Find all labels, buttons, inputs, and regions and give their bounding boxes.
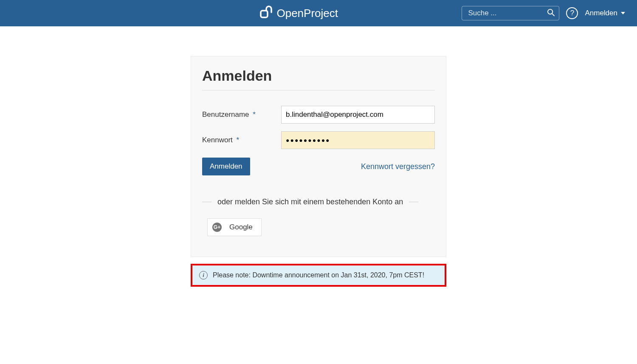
google-label: Google [229,223,253,231]
search-box [462,6,559,20]
search-input[interactable] [462,6,559,20]
username-label: Benutzername * [202,110,281,119]
announcement-text: Please note: Downtime announcement on Ja… [213,271,424,279]
login-title: Anmelden [202,68,435,84]
header-login-dropdown[interactable]: Anmelden [585,9,629,17]
divider-line-right [409,202,418,202]
openproject-logo-icon [259,6,273,21]
header-login-label: Anmelden [585,9,617,17]
required-asterisk: * [237,136,240,144]
info-icon: i [199,271,208,279]
login-button[interactable]: Anmelden [202,158,250,175]
username-input[interactable] [281,106,435,124]
password-row: Kennwort * [202,131,435,149]
brand-name: OpenProject [276,7,338,20]
chevron-down-icon [621,12,625,14]
title-divider [202,90,435,90]
form-actions: Anmelden Kennwort vergessen? [202,158,435,175]
password-input[interactable] [281,131,435,149]
google-login-button[interactable]: G+ Google [207,218,262,236]
username-label-text: Benutzername [202,110,249,119]
login-card: Anmelden Benutzername * Kennwort * Anmel… [191,56,446,257]
help-icon[interactable]: ? [566,7,578,19]
svg-rect-0 [261,11,268,17]
oauth-divider-text: oder melden Sie sich mit einem bestehend… [211,198,409,206]
password-label: Kennwort * [202,136,281,144]
header-right: ? Anmelden [462,6,629,20]
google-plus-icon: G+ [212,223,222,232]
app-header: OpenProject ? Anmelden [0,0,637,26]
oauth-divider: oder melden Sie sich mit einem bestehend… [202,198,435,206]
brand[interactable]: OpenProject [259,6,338,21]
announcement-notice: i Please note: Downtime announcement on … [191,264,446,287]
password-label-text: Kennwort [202,136,233,144]
username-row: Benutzername * [202,106,435,124]
divider-line-left [202,202,211,202]
forgot-password-link[interactable]: Kennwort vergessen? [361,162,435,171]
required-asterisk: * [253,110,256,119]
main-content: Anmelden Benutzername * Kennwort * Anmel… [0,26,637,287]
